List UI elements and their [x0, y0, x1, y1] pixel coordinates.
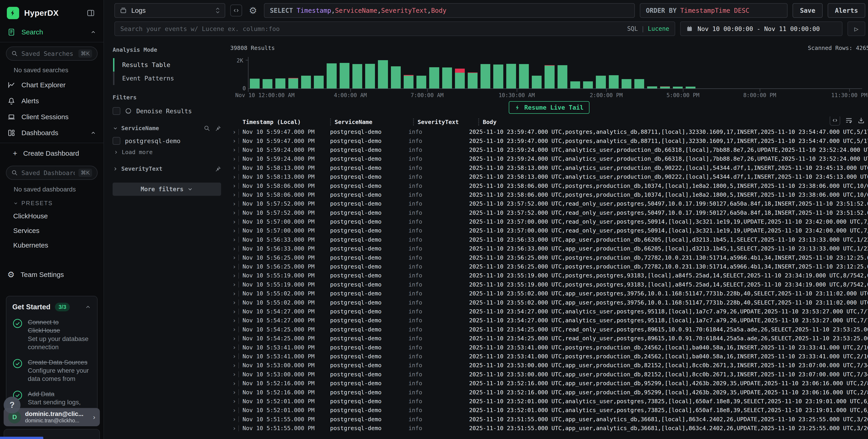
- query-settings-gear-icon[interactable]: ⚙: [247, 5, 259, 17]
- table-row[interactable]: ›Nov 10 5:59:47.000 PMpostgresql-demoinf…: [230, 136, 868, 145]
- create-dashboard-button[interactable]: + Create Dashboard: [0, 145, 103, 162]
- help-button[interactable]: ?: [4, 397, 21, 413]
- sidebar-item-team-settings[interactable]: ⚙ Team Settings: [0, 267, 103, 283]
- row-expander[interactable]: ›: [230, 182, 241, 189]
- row-expander[interactable]: ›: [230, 227, 241, 234]
- table-row[interactable]: ›Nov 10 5:52:01.000 PMpostgresql-demoinf…: [230, 397, 868, 406]
- row-expander[interactable]: ›: [230, 236, 241, 243]
- more-filters-button[interactable]: More filters: [113, 183, 221, 196]
- table-row[interactable]: ›Nov 10 5:51:55.000 PMpostgresql-demoinf…: [230, 415, 868, 424]
- table-row[interactable]: ›Nov 10 5:56:33.000 PMpostgresql-demoinf…: [230, 235, 868, 244]
- table-row[interactable]: ›Nov 10 5:59:24.000 PMpostgresql-demoinf…: [230, 154, 868, 163]
- row-expander[interactable]: ›: [230, 380, 241, 387]
- table-row[interactable]: ›Nov 10 5:55:19.000 PMpostgresql-demoinf…: [230, 280, 868, 289]
- row-expander[interactable]: ›: [230, 209, 241, 216]
- table-row[interactable]: ›Nov 10 5:55:02.000 PMpostgresql-demoinf…: [230, 298, 868, 307]
- sidebar-item-chart-explorer[interactable]: Chart Explorer: [0, 77, 103, 93]
- table-row[interactable]: ›Nov 10 5:52:16.000 PMpostgresql-demoinf…: [230, 388, 868, 397]
- code-view-button[interactable]: [230, 5, 242, 17]
- row-expander[interactable]: ›: [230, 137, 241, 144]
- row-expander[interactable]: ›: [230, 308, 241, 315]
- row-expander[interactable]: ›: [230, 146, 241, 153]
- row-expander[interactable]: ›: [230, 290, 241, 297]
- denoise-results-option[interactable]: Denoise Results: [113, 107, 221, 115]
- save-button[interactable]: Save: [793, 3, 823, 18]
- alerts-button[interactable]: Alerts: [828, 3, 865, 18]
- filter-group-severitytext[interactable]: SeverityText: [113, 165, 221, 172]
- get-started-step[interactable]: Create Data Sources Configure where your…: [12, 358, 91, 383]
- row-expander[interactable]: ›: [230, 416, 241, 422]
- table-row[interactable]: ›Nov 10 5:54:25.000 PMpostgresql-demoinf…: [230, 325, 868, 334]
- mode-event-patterns[interactable]: Event Patterns: [113, 71, 221, 85]
- wrap-lines-icon[interactable]: [845, 117, 852, 124]
- table-row[interactable]: ›Nov 10 5:52:01.000 PMpostgresql-demoinf…: [230, 406, 868, 415]
- table-row[interactable]: ›Nov 10 5:56:25.000 PMpostgresql-demoinf…: [230, 262, 868, 271]
- date-range-picker[interactable]: Nov 10 00:00:00 - Nov 11 00:00:00: [680, 22, 842, 36]
- row-expander[interactable]: ›: [230, 326, 241, 333]
- column-resize-handle[interactable]: [413, 119, 414, 125]
- table-row[interactable]: ›Nov 10 5:57:52.000 PMpostgresql-demoinf…: [230, 199, 868, 208]
- table-row[interactable]: ›Nov 10 5:57:00.000 PMpostgresql-demoinf…: [230, 217, 868, 226]
- denoise-checkbox[interactable]: [113, 107, 120, 115]
- table-row[interactable]: ›Nov 10 5:58:06.000 PMpostgresql-demoinf…: [230, 181, 868, 190]
- service-checkbox[interactable]: [113, 137, 120, 145]
- table-row[interactable]: ›Nov 10 5:58:13.000 PMpostgresql-demoinf…: [230, 163, 868, 172]
- load-more-button[interactable]: Load more: [114, 149, 221, 155]
- table-row[interactable]: ›Nov 10 5:55:19.000 PMpostgresql-demoinf…: [230, 271, 868, 280]
- row-expander[interactable]: ›: [230, 164, 241, 171]
- table-row[interactable]: ›Nov 10 5:53:41.000 PMpostgresql-demoinf…: [230, 343, 868, 352]
- table-row[interactable]: ›Nov 10 5:59:47.000 PMpostgresql-demoinf…: [230, 127, 868, 136]
- table-row[interactable]: ›Nov 10 5:54:27.000 PMpostgresql-demoinf…: [230, 307, 868, 316]
- row-expander[interactable]: ›: [230, 281, 241, 288]
- table-row[interactable]: ›Nov 10 5:55:02.000 PMpostgresql-demoinf…: [230, 289, 868, 298]
- table-row[interactable]: ›Nov 10 5:57:52.000 PMpostgresql-demoinf…: [230, 208, 868, 217]
- row-expander[interactable]: ›: [230, 245, 241, 252]
- saved-dashboards-input[interactable]: [22, 169, 75, 177]
- select-query-input[interactable]: SELECTTimestamp,ServiceName,SeverityText…: [264, 3, 635, 18]
- download-icon[interactable]: [858, 117, 865, 124]
- row-expander[interactable]: ›: [230, 263, 241, 270]
- events-histogram[interactable]: 2K 0: [248, 57, 862, 89]
- pin-icon[interactable]: [215, 125, 221, 131]
- sidebar-collapse-icon[interactable]: [85, 7, 97, 19]
- row-expander[interactable]: ›: [230, 425, 241, 432]
- mode-results-table[interactable]: Results Table: [113, 58, 221, 71]
- row-expander[interactable]: ›: [230, 155, 241, 162]
- sidebar-item-alerts[interactable]: Alerts: [0, 93, 103, 109]
- filter-search-icon[interactable]: [204, 125, 210, 131]
- get-started-step[interactable]: Connect to ClickHouse Set up your databa…: [12, 318, 91, 351]
- event-search-input[interactable]: [120, 25, 622, 32]
- row-expander[interactable]: ›: [230, 200, 241, 207]
- presets-header[interactable]: PRESETS: [0, 196, 103, 209]
- filter-group-servicename[interactable]: ServiceName: [113, 125, 221, 131]
- preset-item-services[interactable]: Services: [0, 223, 103, 238]
- row-expander[interactable]: ›: [230, 272, 241, 279]
- resume-live-tail-button[interactable]: Resume Live Tail: [509, 101, 589, 114]
- table-row[interactable]: ›Nov 10 5:53:00.000 PMpostgresql-demoinf…: [230, 370, 868, 379]
- sidebar-item-dashboards[interactable]: Dashboards: [0, 125, 103, 141]
- table-row[interactable]: ›Nov 10 5:57:00.000 PMpostgresql-demoinf…: [230, 226, 868, 235]
- table-row[interactable]: ›Nov 10 5:54:25.000 PMpostgresql-demoinf…: [230, 334, 868, 343]
- lucene-mode-toggle[interactable]: Lucene: [648, 25, 669, 32]
- row-expander[interactable]: ›: [230, 389, 241, 396]
- chevron-up-icon[interactable]: [85, 304, 91, 310]
- row-expander[interactable]: ›: [230, 335, 241, 342]
- table-row[interactable]: ›Nov 10 5:52:16.000 PMpostgresql-demoinf…: [230, 379, 868, 388]
- row-expander[interactable]: ›: [230, 362, 241, 369]
- saved-searches-input[interactable]: [22, 50, 75, 57]
- row-expander[interactable]: ›: [230, 398, 241, 405]
- pin-icon[interactable]: [215, 166, 221, 172]
- sidebar-item-client-sessions[interactable]: Client Sessions: [0, 109, 103, 125]
- run-query-button[interactable]: ▷: [847, 22, 865, 36]
- row-expander[interactable]: ›: [230, 371, 241, 378]
- table-row[interactable]: ›Nov 10 5:58:06.000 PMpostgresql-demoinf…: [230, 190, 868, 199]
- row-expander[interactable]: ›: [230, 129, 241, 135]
- row-expander[interactable]: ›: [230, 317, 241, 324]
- row-expander[interactable]: ›: [230, 344, 241, 351]
- row-expander[interactable]: ›: [230, 299, 241, 306]
- row-expander[interactable]: ›: [230, 407, 241, 414]
- source-select[interactable]: Logs: [115, 3, 225, 18]
- row-expander[interactable]: ›: [230, 174, 241, 180]
- table-row[interactable]: ›Nov 10 5:51:55.000 PMpostgresql-demoinf…: [230, 424, 868, 433]
- column-resize-handle[interactable]: [330, 119, 331, 125]
